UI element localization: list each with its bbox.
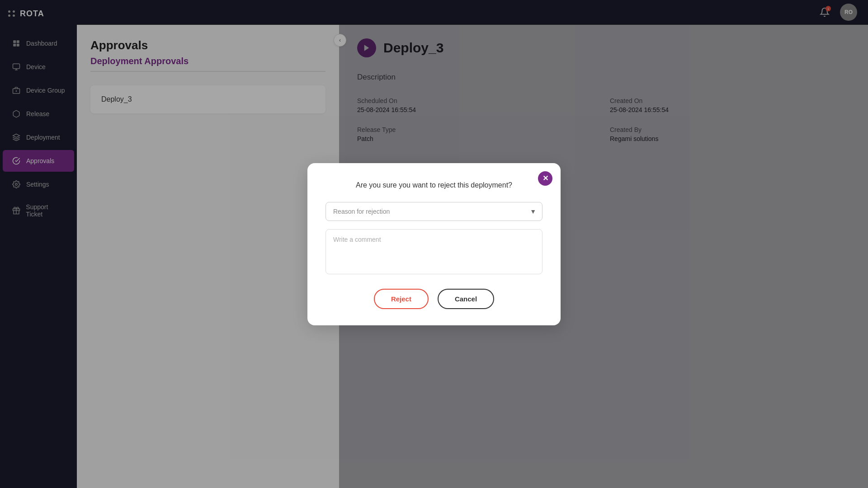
comment-textarea[interactable] [326, 229, 542, 274]
reject-modal: ✕ Are you sure you want to reject this d… [307, 163, 561, 325]
reject-button[interactable]: Reject [374, 289, 429, 309]
cancel-button[interactable]: Cancel [438, 289, 494, 309]
modal-close-button[interactable]: ✕ [538, 171, 552, 186]
modal-question: Are you sure you want to reject this dep… [326, 181, 542, 189]
modal-actions: Reject Cancel [326, 289, 542, 309]
rejection-reason-select[interactable]: Reason for rejection Not ready for produ… [326, 202, 542, 221]
rejection-reason-wrapper: Reason for rejection Not ready for produ… [326, 202, 542, 221]
modal-overlay[interactable]: ✕ Are you sure you want to reject this d… [0, 0, 868, 488]
close-icon: ✕ [542, 174, 548, 183]
